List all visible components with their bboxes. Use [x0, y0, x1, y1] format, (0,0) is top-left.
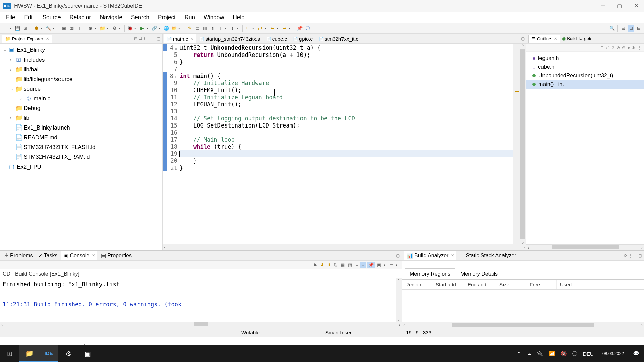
outline-more-icon[interactable]: ⋮ [637, 45, 641, 50]
tree-item[interactable]: ›📁lib/hal [0, 65, 162, 74]
project-tree[interactable]: ⌄▣Ex1_Blinky›⊞Includes›📁lib/hal›📁lib/lib… [0, 44, 162, 250]
outline-list[interactable]: ⊞leguan.h⊞cube.hUnboundedRecursion(uint3… [526, 52, 644, 244]
outline-tab[interactable]: ☰ Outline ✕ [528, 35, 560, 43]
code-line[interactable]: } [179, 157, 513, 165]
maximize-icon[interactable]: ▢ [396, 253, 400, 258]
maximize-icon[interactable]: ▢ [521, 36, 525, 41]
minimize-icon[interactable]: ─ [517, 36, 520, 41]
memory-regions-tab[interactable]: Memory Regions [405, 268, 455, 279]
chip-button[interactable]: ▦ [68, 25, 75, 32]
access-icon[interactable]: ⓘ [572, 351, 577, 357]
fwd-arrow-icon[interactable]: ➡ [281, 25, 288, 32]
tool-icon[interactable]: ▦ [339, 262, 346, 268]
view-menu-icon[interactable]: ⋮ [147, 36, 151, 41]
memory-details-tab[interactable]: Memory Details [455, 268, 503, 279]
menu-run[interactable]: Run [181, 13, 198, 22]
console-output[interactable]: Finished building: Ex1_Blinky.list 11:21… [0, 278, 402, 322]
terminal-app-button[interactable]: ▣ [78, 345, 97, 362]
power-icon[interactable]: 🔌 [537, 351, 544, 357]
hide-fields-icon[interactable]: ⊘ [611, 45, 615, 50]
project-explorer-tab[interactable]: 📁 Project Explorer ✕ [2, 35, 52, 43]
sort-icon[interactable]: ⊡ [600, 45, 604, 50]
minimize-button[interactable]: ─ [599, 1, 608, 10]
problems-tab[interactable]: ⚠Problems [2, 251, 35, 260]
tree-item[interactable]: ▢Ex2_FPU [0, 162, 162, 172]
minimize-icon[interactable]: ─ [634, 253, 637, 258]
col-free[interactable]: Free [526, 280, 557, 289]
nav-back-icon[interactable]: ⮢ [245, 25, 251, 32]
code-line[interactable]: // Initialize Hardware [179, 80, 513, 87]
close-icon[interactable]: ✕ [451, 253, 454, 258]
save-all-button[interactable]: 🗎 [22, 25, 29, 32]
pilcrow-icon[interactable]: ¶ [209, 25, 216, 32]
tool-b-icon[interactable]: ▥ [202, 25, 208, 32]
run-button[interactable]: ▶ [139, 25, 146, 32]
code-line[interactable]: } [179, 59, 513, 66]
wifi-icon[interactable]: 📶 [549, 351, 555, 357]
info-icon[interactable]: ⓘ [304, 25, 311, 32]
maximize-button[interactable]: ▢ [614, 1, 625, 10]
settings-button[interactable]: ⚙ [58, 345, 78, 362]
open-console-icon[interactable]: ▣ [376, 262, 382, 268]
overview-ruler[interactable] [513, 44, 519, 244]
build-analyzer-tab[interactable]: 📊Build Analyzer✕ [404, 251, 456, 260]
back-arrow-icon[interactable]: ⬅ [269, 25, 276, 32]
tree-item[interactable]: 📄STM32H743ZITX_RAM.ld [0, 152, 162, 162]
col-used[interactable]: Used [557, 280, 644, 289]
tree-item[interactable]: ›📁Debug [0, 103, 162, 113]
notifications-icon[interactable]: 💬 [633, 351, 639, 357]
editor-tab[interactable]: 📄main.c✕ [164, 34, 196, 43]
maximize-icon[interactable]: ▢ [157, 36, 160, 41]
vertical-scrollbar[interactable]: ⌃⌄ [519, 44, 526, 244]
save-button[interactable]: 💾 [14, 25, 21, 32]
clear-console-icon[interactable]: ✖ [312, 262, 318, 268]
debug-button[interactable]: 🐞 [127, 25, 133, 32]
code-line[interactable]: LOG_SetDestination(LCD_Stream); [179, 122, 513, 129]
clock[interactable]: 08.03.2022 [599, 351, 628, 357]
menu-help[interactable]: Help [229, 13, 248, 22]
build-targets-tab[interactable]: ◉ Build Targets [560, 35, 594, 42]
editor-tab[interactable]: 📄startup_stm32h743zitx.s [196, 34, 263, 43]
outline-hscroll[interactable]: ‹› [526, 244, 644, 250]
tree-item[interactable]: 📄README.md [0, 133, 162, 142]
menu-search[interactable]: Search [128, 13, 153, 22]
nav-fwd-icon[interactable]: ⮣ [257, 25, 264, 32]
tasks-tab[interactable]: ✓Tasks [36, 251, 60, 260]
new-button[interactable]: ▭ [2, 25, 9, 32]
focus-icon[interactable]: ● [628, 45, 630, 50]
stm32cubeide-button[interactable]: IDE [39, 345, 58, 362]
perspective-icon[interactable]: ⊞ [620, 25, 627, 32]
code-line[interactable] [179, 129, 513, 136]
console-hscroll[interactable]: ‹› [0, 322, 402, 328]
code-line[interactable]: CUBEMX_Init(); [179, 87, 513, 94]
menu-navigate[interactable]: Navigate [96, 13, 126, 22]
analyzer-hscroll[interactable]: ‹› [402, 322, 644, 328]
copy-icon[interactable]: ⎘ [333, 262, 338, 268]
menu-project[interactable]: Project [155, 13, 179, 22]
search-icon[interactable]: 🔍 [609, 25, 615, 32]
az-icon[interactable]: ↓ᴬ [606, 45, 609, 50]
code-line[interactable]: } [179, 165, 513, 172]
pin-console-icon[interactable]: 📌 [367, 262, 375, 268]
unindent-icon[interactable]: ⫾ [229, 25, 236, 32]
console-tab[interactable]: ▣Console✕ [61, 251, 97, 260]
menu-window[interactable]: Window [200, 13, 227, 22]
tree-item[interactable]: ›📁lib/libleguan/source [0, 74, 162, 84]
tree-item[interactable]: ›⊞Includes [0, 55, 162, 65]
outline-item[interactable]: main() : int [526, 80, 644, 89]
file-explorer-button[interactable]: 📁 [19, 345, 39, 362]
onedrive-icon[interactable]: ☁ [527, 351, 532, 357]
properties-tab[interactable]: ▤Properties [99, 251, 134, 260]
code-line[interactable]: uint32_t UnboundedRecursion(uint32_t a) … [179, 44, 513, 51]
close-icon[interactable]: ✕ [46, 37, 49, 41]
outline-item[interactable]: ⊞leguan.h [526, 54, 644, 63]
cpp-perspective-icon[interactable]: ⊡ [628, 25, 634, 32]
menu-source[interactable]: Source [39, 13, 64, 22]
gear-button[interactable]: ⚙ [111, 25, 118, 32]
build-button[interactable]: 🔨 [45, 25, 52, 32]
code-line[interactable]: LEGUAN_Init(); [179, 101, 513, 108]
config-button[interactable]: ⬢ [33, 25, 40, 32]
col-start[interactable]: Start add... [432, 280, 464, 289]
menu-file[interactable]: File [3, 13, 18, 22]
tree-item[interactable]: ›ⓒmain.c [0, 94, 162, 103]
